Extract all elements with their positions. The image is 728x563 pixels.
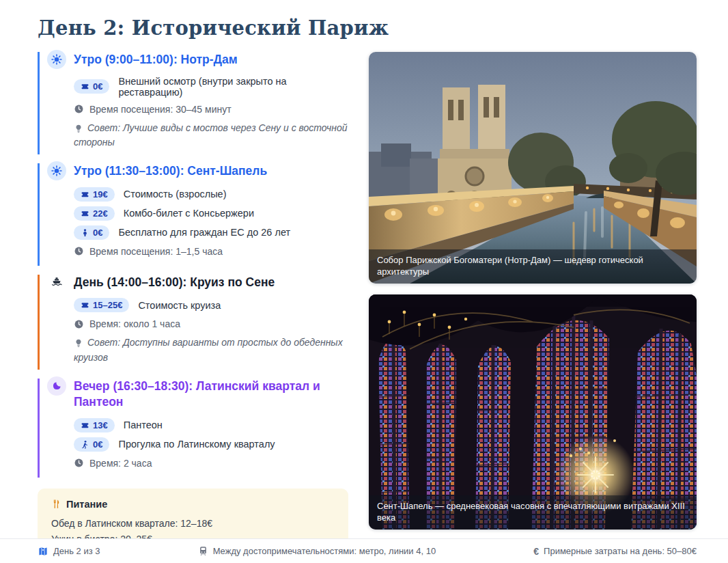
sun-icon [47,50,66,69]
footer-budget-info: € Примерные затраты на день: 50–80€ [533,546,697,557]
price-row: 0€ Внешний осмотр (внутри закрыто на рес… [74,76,348,98]
price-badge: 15–25€ [74,298,129,312]
sainte-chapelle-photo: Сент-Шапель — средневековая часовня с вп… [369,294,697,530]
walker-icon [81,440,89,449]
time-row: Время посещения: 1–1,5 часа [74,246,348,257]
ticket-icon [81,301,89,310]
photo-caption: Сент-Шапель — средневековая часовня с вп… [369,495,697,530]
food-line-lunch: Обед в Латинском квартале: 12–18€ [51,516,335,532]
ticket-icon [81,190,89,199]
price-badge: 0€ [74,79,109,94]
price-badge: 0€ [74,437,109,452]
ticket-icon [81,82,89,91]
clock-icon [74,319,84,329]
sun-icon [47,161,66,180]
clock-icon [74,458,84,468]
photo-caption: Собор Парижской Богоматери (Нотр-Дам) — … [369,249,697,284]
fork-knife-icon [51,499,61,509]
lightbulb-icon [74,338,83,348]
timeline-section-latin-quarter: Вечер (16:30–18:30): Латинский квартал и… [38,379,348,478]
price-label: Комбо-билет с Консьержери [124,208,254,219]
price-badge: 13€ [74,418,115,432]
map-icon [38,546,48,557]
price-badge: 22€ [74,206,115,221]
euro-icon: € [533,546,539,557]
price-row: 0€ Прогулка по Латинскому кварталу [74,437,348,452]
section-title: Вечер (16:30–18:30): Латинский квартал и… [74,379,348,411]
metro-train-icon [198,546,208,556]
time-row: Время: 2 часа [74,458,348,469]
tip-row: Совет: Лучшие виды с мостов через Сену и… [74,121,348,150]
sainte-chapelle-illustration [369,294,697,530]
ticket-icon [81,421,89,430]
timeline-section-seine-cruise: День (14:00–16:00): Круиз по Сене 15–25€… [38,275,348,370]
section-title: День (14:00–16:00): Круиз по Сене [74,275,348,291]
price-label: Бесплатно для граждан ЕС до 26 лет [118,227,290,238]
clock-icon [74,246,84,256]
price-label: Пантеон [124,420,163,430]
section-title: Утро (11:30–13:00): Сент-Шапель [74,163,348,180]
itinerary-timeline: Утро (9:00–11:00): Нотр-Дам 0€ Внешний о… [38,52,348,563]
notre-dame-photo: Собор Парижской Богоматери (Нотр-Дам) — … [369,52,697,284]
price-label: Стоимость (взрослые) [124,189,227,200]
time-row: Время посещения: 30–45 минут [74,104,348,115]
timeline-section-morning-notre-dame: Утро (9:00–11:00): Нотр-Дам 0€ Внешний о… [38,52,348,154]
footer-day-indicator: День 2 из 3 [38,546,100,557]
ship-icon [47,273,66,292]
section-title: Утро (9:00–11:00): Нотр-Дам [74,52,348,68]
ticket-icon [81,209,89,218]
price-row: 19€ Стоимость (взрослые) [74,187,348,202]
price-label: Внешний осмотр (внутри закрыто на рестав… [118,76,348,98]
price-row: 13€ Пантеон [74,418,348,432]
tip-row: Совет: Доступны варианты от простых до о… [74,335,348,365]
moon-icon [47,376,66,396]
timeline-section-sainte-chapelle: Утро (11:30–13:00): Сент-Шапель 19€ Стои… [38,163,348,266]
price-badge: 19€ [74,187,115,202]
price-label: Прогулка по Латинскому кварталу [118,439,275,450]
food-card-title: Питание [51,499,335,510]
lightbulb-icon [74,124,83,133]
footer-status-bar: День 2 из 3 Между достопримечательностям… [0,538,728,563]
price-row: 22€ Комбо-билет с Консьержери [74,206,348,221]
footer-transport-info: Между достопримечательностями: метро, ли… [198,546,436,556]
photo-column: Собор Парижской Богоматери (Нотр-Дам) — … [369,52,697,530]
price-badge: 0€ [74,225,109,240]
person-icon [81,228,89,237]
price-label: Стоимость круиза [138,300,221,311]
notre-dame-illustration [369,52,697,284]
clock-icon [74,104,84,114]
page-title: День 2: Исторический Париж [38,16,697,40]
main-content: Утро (9:00–11:00): Нотр-Дам 0€ Внешний о… [0,52,728,563]
price-row: 15–25€ Стоимость круиза [74,298,348,312]
time-row: Время: около 1 часа [74,318,348,329]
price-row: 0€ Бесплатно для граждан ЕС до 26 лет [74,225,348,240]
